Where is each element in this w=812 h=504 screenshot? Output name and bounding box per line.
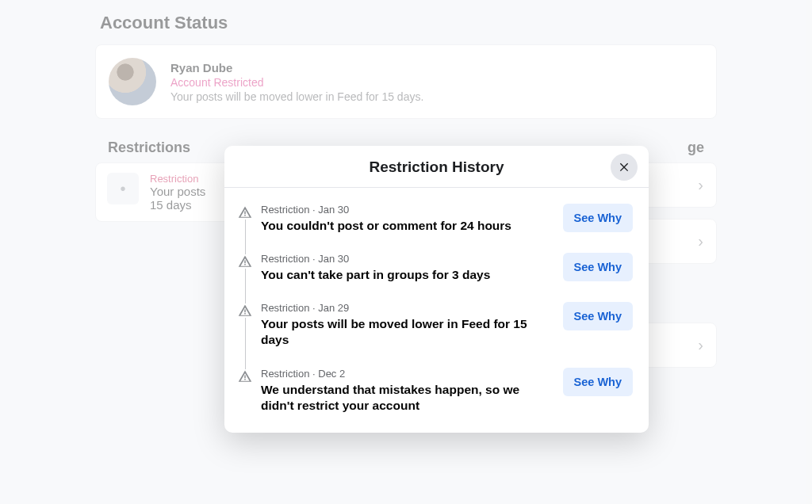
restriction-history-modal: Restriction History Restriction · Jan 30… [224, 146, 649, 433]
timeline-message: We understand that mistakes happen, so w… [261, 382, 530, 414]
timeline-item-body: Restriction · Dec 2We understand that mi… [261, 368, 552, 414]
timeline-item: Restriction · Jan 30You couldn't post or… [240, 204, 633, 234]
close-icon [618, 160, 630, 175]
timeline-item-body: Restriction · Jan 30You can't take part … [261, 253, 552, 283]
warning-icon [238, 254, 252, 269]
timeline-item: Restriction · Jan 29Your posts will be m… [240, 302, 633, 348]
timeline-item: Restriction · Jan 30You can't take part … [240, 253, 633, 283]
timeline-message: Your posts will be moved lower in Feed f… [261, 316, 530, 348]
timeline: Restriction · Jan 30You couldn't post or… [224, 188, 649, 433]
timeline-meta: Restriction · Jan 30 [261, 253, 552, 265]
modal-title: Restriction History [224, 158, 649, 176]
warning-icon [238, 369, 252, 384]
timeline-meta: Restriction · Jan 30 [261, 204, 552, 216]
see-why-button[interactable]: See Why [563, 204, 633, 232]
timeline-item-body: Restriction · Jan 30You couldn't post or… [261, 204, 552, 234]
warning-icon [238, 205, 252, 220]
warning-icon [238, 304, 252, 318]
timeline-message: You couldn't post or comment for 24 hour… [261, 218, 530, 234]
timeline-item-body: Restriction · Jan 29Your posts will be m… [261, 302, 552, 348]
timeline-meta: Restriction · Jan 29 [261, 302, 552, 314]
timeline-message: You can't take part in groups for 3 days [261, 267, 530, 283]
see-why-button[interactable]: See Why [563, 253, 633, 281]
see-why-button[interactable]: See Why [563, 368, 633, 396]
timeline-item: Restriction · Dec 2We understand that mi… [240, 368, 633, 414]
modal-header: Restriction History [224, 146, 649, 188]
see-why-button[interactable]: See Why [563, 302, 633, 330]
timeline-meta: Restriction · Dec 2 [261, 368, 552, 380]
close-button[interactable] [611, 154, 638, 181]
